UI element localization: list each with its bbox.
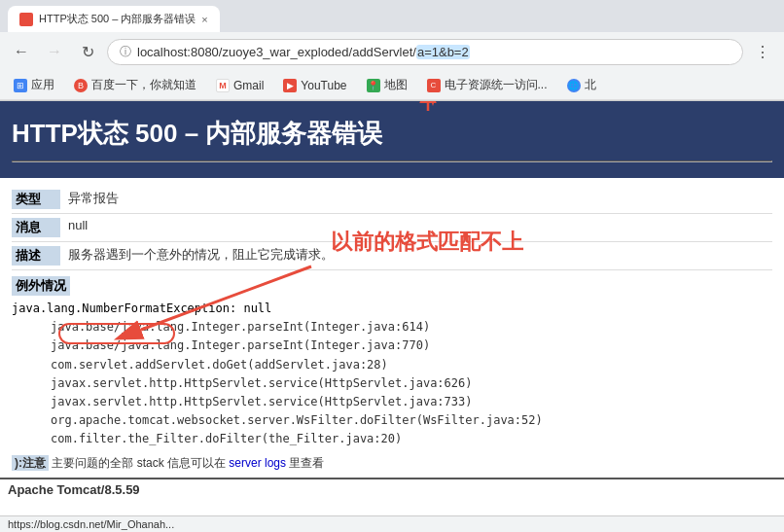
tab-favicon (19, 13, 33, 26)
maps-icon: 📍 (367, 79, 380, 92)
stack-line-6: org.apache.tomcat.websocket.server.WsFil… (12, 411, 772, 430)
nav-bar: ← → ↻ ⓘ localhost:8080/zuoye3_war_explod… (0, 32, 784, 71)
address-text: localhost:8080/zuoye3_war_exploded/addSe… (137, 45, 731, 59)
tab-bar: HTTP状态 500 – 内部服务器错误 × (0, 0, 784, 32)
note-label: ):注意 (12, 455, 49, 471)
bookmark-gmail-label: Gmail (233, 79, 264, 92)
bookmark-maps-label: 地图 (384, 77, 408, 93)
bookmark-baidu[interactable]: B 百度一下，你就知道 (68, 75, 202, 95)
stack-line-3: com.servlet.addServlet.doGet(addServlet.… (12, 356, 772, 374)
tab-title: HTTP状态 500 – 内部服务器错误 (39, 12, 196, 26)
error-body: 类型 异常报告 消息 null 描述 服务器遇到一个意外的情况，阻止它完成请求。… (0, 178, 784, 485)
note-text: 主要问题的全部 stack 信息可以在 server logs 里查看 (52, 456, 324, 470)
baidu-icon: B (74, 79, 88, 92)
active-tab[interactable]: HTTP状态 500 – 内部服务器错误 × (8, 6, 220, 32)
security-icon: ⓘ (120, 44, 131, 60)
back-button[interactable]: ← (8, 38, 35, 65)
message-row: 消息 null (12, 214, 772, 242)
type-row: 类型 异常报告 (12, 186, 772, 214)
gmail-icon: M (216, 79, 230, 92)
apache-footer: Apache Tomcat/8.5.59 (0, 478, 784, 500)
error-header: HTTP状态 500 – 内部服务器错误 (0, 101, 784, 178)
note-row: ):注意 主要问题的全部 stack 信息可以在 server logs 里查看 (12, 449, 772, 478)
exception-label: 例外情况 (12, 276, 70, 296)
bookmark-apps-label: 应用 (31, 77, 54, 93)
bookmark-globe[interactable]: 🌐 北 (561, 75, 602, 95)
message-label: 消息 (12, 218, 60, 237)
description-value: 服务器遇到一个意外的情况，阻止它完成请求。 (68, 246, 334, 264)
error-title: HTTP状态 500 – 内部服务器错误 (12, 117, 772, 151)
stack-line-4: javax.servlet.http.HttpServlet.service(H… (12, 374, 772, 393)
stack-line-2: java.base/java.lang.Integer.parseInt(Int… (12, 337, 772, 355)
address-bar[interactable]: ⓘ localhost:8080/zuoye3_war_exploded/add… (107, 39, 743, 65)
bookmark-csdn-label: 电子资源统一访问... (445, 77, 548, 93)
bookmark-apps[interactable]: ⊞ 应用 (8, 75, 60, 95)
bookmark-csdn[interactable]: C 电子资源统一访问... (421, 75, 553, 95)
address-highlight: a=1&b=2 (416, 45, 470, 59)
stack-line-5: javax.servlet.http.HttpServlet.service(H… (12, 393, 772, 411)
type-label: 类型 (12, 190, 60, 209)
bookmark-youtube-label: YouTube (301, 79, 346, 92)
browser-chrome: HTTP状态 500 – 内部服务器错误 × ← → ↻ ⓘ localhost… (0, 0, 784, 101)
youtube-icon: ▶ (283, 79, 297, 92)
tab-close-btn[interactable]: × (201, 14, 207, 25)
bookmark-maps[interactable]: 📍 地图 (361, 75, 413, 95)
exception-section: 例外情况 java.lang.NumberFormatException: nu… (12, 276, 772, 449)
exception-main: java.lang.NumberFormatException: null (12, 301, 271, 315)
refresh-button[interactable]: ↻ (74, 38, 101, 65)
apache-version: Apache Tomcat/8.5.59 (8, 482, 140, 497)
type-value: 异常报告 (68, 190, 119, 207)
csdn-icon: C (427, 79, 441, 92)
bookmark-baidu-label: 百度一下，你就知道 (91, 77, 196, 93)
exception-code: java.lang.NumberFormatException: null ja… (12, 300, 772, 449)
status-url: https://blog.csdn.net/Mir_Ohanah... (8, 518, 174, 530)
description-row: 描述 服务器遇到一个意外的情况，阻止它完成请求。 (12, 242, 772, 270)
globe-icon: 🌐 (567, 79, 581, 92)
bookmark-globe-label: 北 (585, 77, 596, 93)
status-bar: https://blog.csdn.net/Mir_Ohanah... (0, 515, 784, 532)
stack-line-1: java.base/java.lang.Integer.parseInt(Int… (12, 318, 772, 337)
server-logs-link[interactable]: server logs (229, 456, 286, 470)
bookmarks-bar: ⊞ 应用 B 百度一下，你就知道 M Gmail ▶ YouTube 📍 地图 … (0, 71, 784, 100)
apps-icon: ⊞ (14, 79, 27, 92)
menu-button[interactable]: ⋮ (749, 38, 776, 65)
bookmark-youtube[interactable]: ▶ YouTube (277, 77, 352, 94)
description-label: 描述 (12, 246, 60, 266)
message-value: null (68, 218, 88, 232)
bookmark-gmail[interactable]: M Gmail (210, 77, 269, 94)
forward-button[interactable]: → (41, 38, 68, 65)
page-content: HTTP状态 500 – 内部服务器错误 类型 异常报告 消息 null 描述 … (0, 101, 784, 500)
stack-line-7: com.filter.the_Filter.doFilter(the_Filte… (12, 430, 772, 448)
